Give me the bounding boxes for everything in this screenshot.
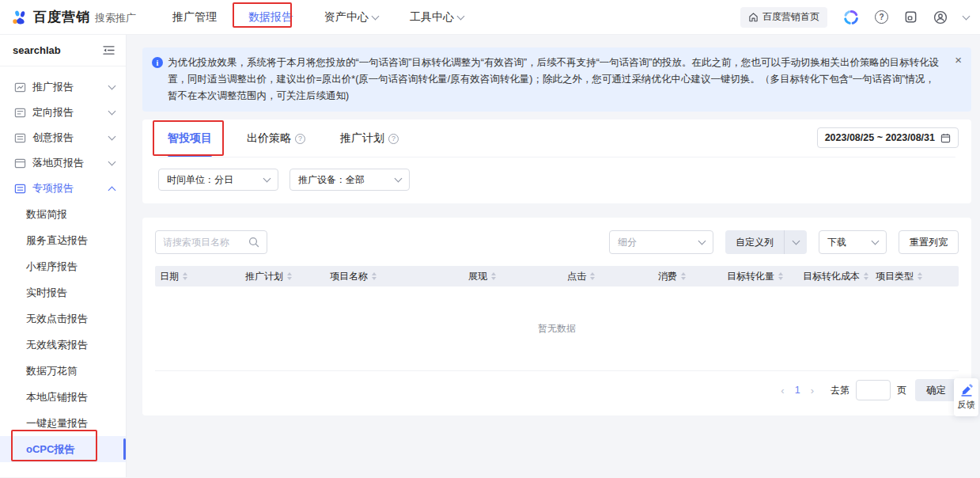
goto-prefix-label: 去第 (831, 384, 849, 397)
reset-column-width-button[interactable]: 重置列宽 (899, 230, 959, 254)
nav-item-label: 工具中心 (410, 10, 454, 25)
column-header-clicks[interactable]: 点击 (567, 270, 658, 283)
sort-icon[interactable] (372, 272, 376, 280)
tab-label: 智投项目 (168, 131, 212, 146)
close-icon[interactable]: × (955, 54, 962, 66)
column-header-impressions[interactable]: 展现 (468, 270, 567, 283)
feedback-button[interactable]: 反馈 (954, 378, 978, 416)
sidebar-subitem-one-key-boost-report[interactable]: 一键起量报告 (0, 410, 126, 436)
column-header-target-conversion-cost[interactable]: 目标转化成本 (803, 270, 876, 283)
sidebar-subitem-service-direct-report[interactable]: 服务直达报告 (0, 227, 126, 253)
sidebar-item-special-report[interactable]: 专项报告 (0, 176, 126, 201)
search-icon[interactable] (248, 237, 259, 248)
sidebar-subitem-local-store-report[interactable]: 本地店铺报告 (0, 384, 126, 410)
sidebar-subitem-miniapp-report[interactable]: 小程序报告 (0, 253, 126, 279)
sort-icon[interactable] (183, 272, 187, 280)
sort-icon[interactable] (287, 272, 292, 280)
download-select[interactable]: 下载 (819, 230, 887, 254)
column-label: 展现 (468, 270, 487, 283)
sidebar-title: searchlab (13, 44, 61, 56)
column-label: 消费 (658, 270, 677, 283)
sidebar-header: searchlab (0, 35, 126, 66)
customize-columns-button[interactable]: 自定义列 (725, 230, 807, 254)
sidebar-item-label: 专项报告 (32, 181, 103, 195)
sort-icon[interactable] (491, 272, 496, 280)
home-icon (748, 12, 759, 22)
column-header-plan[interactable]: 推广计划 (245, 270, 330, 283)
user-avatar-icon[interactable] (933, 10, 948, 25)
sidebar-item-promotion-report[interactable]: 推广报告 (0, 74, 126, 100)
sort-icon[interactable] (918, 272, 922, 280)
brand-name: 百度营销 (33, 8, 90, 26)
next-page-icon[interactable]: › (809, 385, 815, 396)
column-header-cost[interactable]: 消费 (658, 270, 727, 283)
chevron-down-icon (108, 108, 116, 116)
goto-page-input[interactable] (856, 380, 891, 400)
column-label: 推广计划 (245, 270, 283, 283)
sort-icon[interactable] (681, 272, 686, 280)
report-icon (14, 107, 26, 119)
collapse-menu-icon[interactable] (103, 45, 115, 55)
tab-bid-strategy[interactable]: 出价策略 ? (247, 120, 305, 157)
column-header-date[interactable]: 日期 (160, 270, 245, 283)
sidebar-subitem-realtime-report[interactable]: 实时报告 (0, 279, 126, 305)
customize-columns-dropdown[interactable] (784, 230, 807, 254)
sidebar-subitem-ocpc-report[interactable]: oCPC报告 (0, 436, 126, 462)
sidebar-submenu: 数据简报 服务直达报告 小程序报告 实时报告 无效点击报告 无效线索报告 数据万… (0, 201, 126, 462)
sort-icon[interactable] (590, 272, 595, 280)
tab-label: 推广计划 (340, 131, 384, 146)
chevron-down-icon (108, 82, 116, 90)
device-select[interactable]: 推广设备：全部 (289, 169, 410, 191)
column-header-target-conversions[interactable]: 目标转化量 (727, 270, 803, 283)
sidebar-subitem-invalid-lead-report[interactable]: 无效线索报告 (0, 332, 126, 358)
date-range-picker[interactable]: 2023/08/25 ~ 2023/08/31 (817, 127, 959, 148)
nav-item-promotion-manage[interactable]: 推广管理 (172, 10, 217, 25)
sidebar-subitem-data-kaleidoscope[interactable]: 数据万花筒 (0, 358, 126, 384)
chevron-down-icon (457, 12, 465, 20)
search-input[interactable] (163, 237, 244, 248)
segment-select[interactable]: 细分 (609, 230, 713, 254)
column-header-project-name[interactable]: 项目名称 (330, 270, 468, 283)
empty-state-text: 暂无数据 (155, 286, 959, 370)
sidebar-item-targeting-report[interactable]: 定向报告 (0, 100, 126, 125)
top-nav: 推广管理 数据报告 资产中心 工具中心 (172, 10, 464, 25)
sort-icon[interactable] (864, 272, 868, 280)
tab-smart-project[interactable]: 智投项目 (168, 120, 212, 157)
sidebar-subitem-invalid-click-report[interactable]: 无效点击报告 (0, 305, 126, 332)
brand-product-name: 搜索推广 (95, 11, 136, 25)
marketing-home-button[interactable]: 百度营销首页 (740, 7, 827, 28)
sidebar-item-label: 创意报告 (32, 131, 103, 145)
time-unit-select[interactable]: 时间单位：分日 (158, 169, 278, 191)
nav-item-tool-center[interactable]: 工具中心 (410, 10, 464, 25)
report-icon (14, 132, 26, 144)
account-chevron-down-icon[interactable] (963, 12, 971, 20)
help-icon[interactable]: ? (388, 134, 399, 144)
report-icon (14, 82, 26, 93)
confirm-button[interactable]: 确定 (915, 379, 957, 401)
column-label: 目标转化量 (727, 270, 774, 283)
sidebar-item-label: 落地页报告 (32, 156, 103, 170)
chevron-down-icon (792, 237, 800, 245)
help-question-icon[interactable]: ? (875, 10, 888, 24)
project-search-box[interactable] (155, 230, 267, 254)
spinner-brand-icon[interactable] (843, 9, 859, 25)
report-table-card: 细分 自定义列 下载 重置列宽 (142, 218, 971, 415)
nav-item-data-report[interactable]: 数据报告 (248, 10, 293, 25)
customize-columns-label: 自定义列 (725, 230, 784, 254)
sort-icon[interactable] (778, 272, 783, 280)
info-icon: i (152, 57, 163, 68)
column-label: 点击 (567, 270, 586, 283)
tab-promotion-plan[interactable]: 推广计划 ? (340, 120, 399, 157)
apps-window-icon[interactable] (904, 10, 918, 24)
help-icon[interactable]: ? (295, 134, 305, 144)
nav-item-asset-center[interactable]: 资产中心 (324, 10, 378, 25)
brand-logo[interactable]: 百度营销 搜索推广 (11, 8, 136, 26)
home-button-label: 百度营销首页 (762, 10, 819, 24)
prev-page-icon[interactable]: ‹ (779, 385, 785, 396)
current-page-number[interactable]: 1 (793, 385, 802, 396)
column-header-project-type[interactable]: 项目类型 (876, 270, 959, 283)
sidebar-item-creative-report[interactable]: 创意报告 (0, 125, 126, 150)
feedback-label: 反馈 (958, 399, 975, 411)
sidebar-subitem-data-brief[interactable]: 数据简报 (0, 201, 126, 227)
sidebar-item-landing-page-report[interactable]: 落地页报告 (0, 150, 126, 176)
